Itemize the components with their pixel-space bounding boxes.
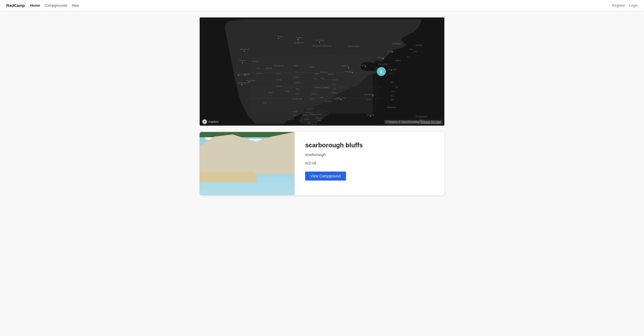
svg-text:WIS.: WIS.: [315, 72, 319, 75]
svg-text:IOWA: IOWA: [295, 82, 301, 84]
svg-text:Havana: Havana: [367, 114, 374, 116]
svg-text:WYO.: WYO.: [276, 72, 281, 75]
svg-text:ILL.: ILL.: [314, 77, 318, 80]
svg-text:PA.: PA.: [391, 81, 394, 84]
svg-text:Houston: Houston: [334, 98, 341, 100]
svg-text:QUÉBEC: QUÉBEC: [392, 43, 402, 45]
svg-point-16: [370, 67, 376, 71]
nav-right-links: Register Login: [612, 3, 638, 7]
map-container[interactable]: SASKATCHEWAN ALBERTA Calgary Regina Winn…: [200, 17, 444, 126]
svg-text:OHIO: OHIO: [332, 79, 337, 81]
svg-text:Detroit: Detroit: [360, 64, 366, 67]
svg-text:Ottawa: Ottawa: [377, 56, 384, 59]
svg-point-19: [242, 62, 243, 63]
svg-text:MONTANA: MONTANA: [274, 65, 284, 67]
svg-text:UTAH: UTAH: [276, 79, 281, 81]
campground-image: [200, 132, 295, 195]
register-link[interactable]: Register: [612, 3, 625, 7]
campground-location: scarborough: [305, 153, 363, 157]
svg-text:SASKATCHEWAN: SASKATCHEWAN: [313, 45, 331, 47]
svg-text:WASH.: WASH.: [252, 60, 259, 63]
svg-text:FLA.: FLA.: [367, 98, 371, 101]
svg-text:IDAHO: IDAHO: [265, 67, 272, 69]
svg-text:Bahamas: Bahamas: [387, 106, 396, 108]
svg-text:N.C.: N.C.: [391, 90, 395, 92]
svg-text:Jacksonville: Jacksonville: [364, 93, 375, 96]
svg-text:ARIZ.: ARIZ.: [268, 91, 274, 94]
svg-point-26: [319, 42, 320, 43]
svg-text:TENN.: TENN.: [332, 92, 338, 94]
mapbox-logo-icon: ●: [202, 119, 207, 124]
cluster-count: 2: [380, 69, 382, 74]
svg-text:S.D.: S.D.: [295, 71, 299, 73]
svg-text:CHIH.: CHIH.: [303, 114, 308, 116]
svg-text:B.C.S.: B.C.S.: [289, 118, 294, 121]
map-attribution: © Mapbox © OpenStreetMap Improve this ma…: [385, 120, 442, 124]
svg-text:Gulf of: Gulf of: [306, 108, 313, 110]
svg-text:N.Y.: N.Y.: [389, 72, 393, 75]
improve-map-link[interactable]: Improve this map: [421, 121, 441, 124]
svg-text:CALIF.: CALIF.: [257, 72, 263, 75]
svg-text:Salem: Salem: [239, 59, 245, 62]
svg-text:ALBERTA: ALBERTA: [294, 41, 304, 44]
svg-text:Sargasso: Sargasso: [416, 115, 427, 118]
svg-text:COA.: COA.: [304, 118, 309, 121]
svg-text:Vancouver: Vancouver: [240, 48, 249, 50]
svg-text:Las Vegas: Las Vegas: [246, 79, 255, 82]
svg-text:Regina: Regina: [296, 36, 302, 39]
map-cluster-marker[interactable]: 2: [377, 67, 386, 76]
svg-text:S.L.P.: S.L.P.: [312, 123, 317, 126]
campground-info: scarborough bluffs scarborough m1l n8 Vi…: [295, 132, 373, 195]
svg-text:United States: United States: [314, 86, 330, 89]
svg-text:IND.: IND.: [321, 77, 325, 80]
nav-new[interactable]: New: [72, 3, 79, 7]
svg-text:S.C.: S.C.: [391, 94, 395, 97]
svg-text:Ciudad Juárez: Ciudad Juárez: [309, 113, 322, 115]
login-link[interactable]: Login: [629, 3, 638, 7]
nav-links: Home Campgrounds New: [30, 3, 79, 7]
svg-point-27: [348, 67, 349, 68]
campground-card: scarborough bluffs scarborough m1l n8 Vi…: [200, 132, 444, 195]
svg-text:MISS. ALA.: MISS. ALA.: [292, 98, 303, 100]
svg-text:MO.: MO.: [333, 83, 337, 86]
svg-text:COLO.: COLO.: [276, 85, 282, 87]
svg-point-24: [278, 38, 279, 39]
campground-image-inner: [200, 132, 295, 195]
svg-text:MICH.: MICH.: [328, 73, 334, 75]
nav-home[interactable]: Home: [30, 3, 40, 7]
svg-text:OKLA.: OKLA.: [311, 93, 318, 95]
svg-text:SON.: SON.: [293, 111, 298, 113]
svg-text:KY.: KY.: [333, 88, 336, 90]
attribution-text: © Mapbox © OpenStreetMap: [386, 121, 420, 124]
svg-text:Winnipeg: Winnipeg: [316, 39, 324, 41]
svg-text:TAM.: TAM.: [317, 120, 322, 122]
svg-text:Mexico: Mexico: [316, 117, 323, 119]
svg-text:Los Angeles: Los Angeles: [238, 82, 249, 84]
svg-point-18: [244, 51, 245, 52]
svg-text:NEBR.: NEBR.: [294, 76, 300, 78]
svg-text:MANITOBA: MANITOBA: [348, 45, 360, 48]
svg-text:N.S.: N.S.: [414, 51, 418, 53]
svg-text:VA.: VA.: [395, 86, 398, 88]
view-campground-button[interactable]: View Campground: [305, 172, 346, 181]
svg-text:B.C.: B.C.: [293, 114, 297, 117]
svg-text:MAINE: MAINE: [416, 44, 422, 46]
svg-text:ORE.: ORE.: [256, 67, 261, 69]
svg-text:Reno: Reno: [244, 73, 249, 75]
svg-text:LA.: LA.: [310, 98, 314, 100]
svg-text:TEXAS: TEXAS: [325, 100, 332, 103]
mapbox-logo: ● mapbox: [202, 119, 219, 124]
svg-text:Madison: Madison: [341, 65, 349, 67]
svg-point-21: [241, 84, 242, 85]
svg-text:N.M.: N.M.: [263, 102, 267, 104]
campground-name: scarborough bluffs: [305, 141, 363, 149]
svg-text:Quebec: Quebec: [387, 50, 394, 53]
svg-text:MASS.: MASS.: [395, 59, 402, 62]
svg-text:N.D.: N.D.: [295, 65, 299, 67]
nav-campgrounds[interactable]: Campgrounds: [45, 3, 67, 7]
svg-text:GA.: GA.: [391, 98, 394, 101]
svg-text:SIN.: SIN.: [307, 122, 311, 124]
main-content: SASKATCHEWAN ALBERTA Calgary Regina Winn…: [195, 11, 449, 206]
svg-text:Chicago: Chicago: [345, 70, 352, 73]
brand-logo[interactable]: RadCamp: [6, 3, 25, 8]
